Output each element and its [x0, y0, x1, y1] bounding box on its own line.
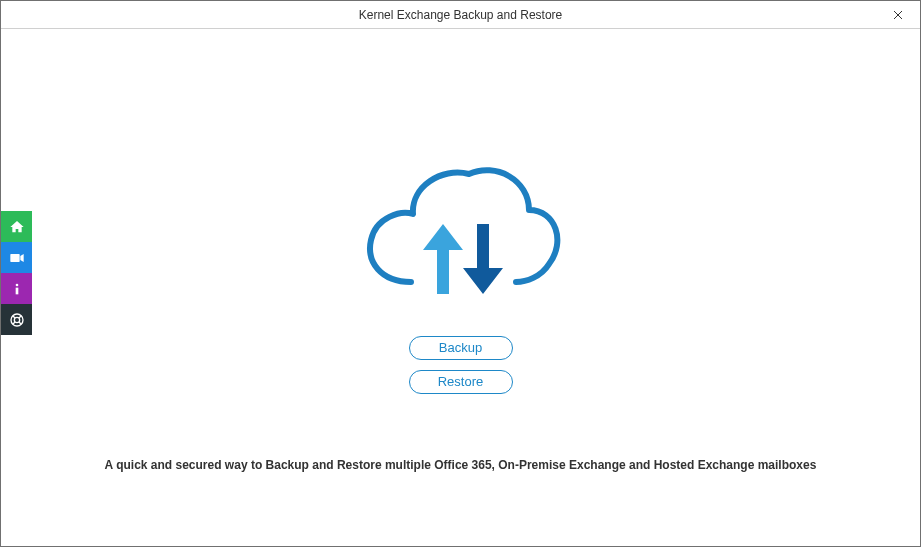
home-icon: [9, 219, 25, 235]
tagline: A quick and secured way to Backup and Re…: [1, 458, 920, 472]
titlebar: Kernel Exchange Backup and Restore: [1, 1, 920, 29]
hero-block: Backup Restore: [351, 152, 571, 394]
svg-marker-4: [423, 224, 463, 294]
sidebar-home[interactable]: [1, 211, 32, 242]
close-icon: [893, 10, 903, 20]
backup-button[interactable]: Backup: [409, 336, 513, 360]
svg-rect-1: [15, 287, 18, 294]
restore-button-label: Restore: [438, 374, 484, 389]
svg-point-3: [14, 317, 19, 322]
svg-marker-5: [463, 224, 503, 294]
svg-rect-0: [15, 283, 18, 286]
svg-point-2: [11, 314, 23, 326]
cloud-sync-icon: [351, 152, 571, 322]
main-content: Backup Restore A quick and secured way t…: [1, 29, 920, 546]
restore-button[interactable]: Restore: [409, 370, 513, 394]
lifebuoy-icon: [9, 312, 25, 328]
sidebar: [1, 211, 32, 335]
app-window: Kernel Exchange Backup and Restore: [0, 0, 921, 547]
sidebar-help[interactable]: [1, 304, 32, 335]
close-button[interactable]: [876, 1, 920, 28]
window-title: Kernel Exchange Backup and Restore: [359, 8, 562, 22]
sidebar-info[interactable]: [1, 273, 32, 304]
info-icon: [9, 281, 25, 297]
sidebar-video[interactable]: [1, 242, 32, 273]
backup-button-label: Backup: [439, 340, 482, 355]
video-icon: [9, 250, 25, 266]
